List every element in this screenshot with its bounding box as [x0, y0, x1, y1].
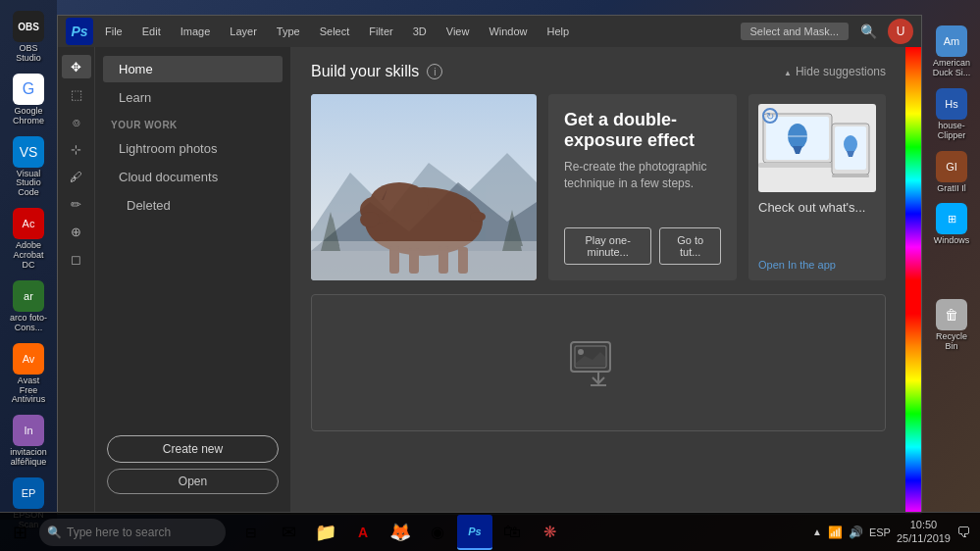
ps-tools-panel: ✥ ⬚ ⌾ ⊹ 🖋 ✏ ⊕ ◻ [58, 47, 95, 514]
start-button[interactable]: ⊞ [0, 513, 39, 552]
taskbar-app-explorer[interactable]: 📁 [308, 515, 343, 550]
taskbar-app-firefox[interactable]: 🦊 [383, 515, 418, 550]
taskbar-search-icon: 🔍 [47, 526, 62, 539]
taskbar-apps: ⊟ ✉ 📁 A 🦊 ◉ Ps 🛍 ❋ [233, 515, 802, 550]
menu-filter[interactable]: Filter [365, 24, 396, 39]
eraser-tool[interactable]: ◻ [62, 247, 91, 271]
hide-suggestions-button[interactable]: Hide suggestions [784, 65, 886, 78]
taskbar-time-text: 10:50 [910, 519, 938, 531]
menu-file[interactable]: File [101, 24, 127, 39]
svg-point-10 [360, 212, 380, 227]
taskbar-app-misc[interactable]: ❋ [532, 515, 567, 550]
section-title-text: Build your skills [311, 63, 419, 80]
menu-3d[interactable]: 3D [409, 24, 431, 39]
user-avatar[interactable]: U [888, 19, 913, 44]
create-new-button[interactable]: Create new [107, 435, 279, 463]
your-work-section-label: YOUR WORK [95, 112, 290, 134]
stamp-tool[interactable]: ⊕ [62, 220, 91, 243]
desktop-icon-chrome[interactable]: G Google Chrome [5, 71, 52, 129]
sidebar-item-learn[interactable]: Learn [103, 84, 283, 111]
tray-language[interactable]: ESP [869, 526, 891, 538]
whats-new-card: ↻ Check out what's... Open In the app [748, 94, 886, 280]
photoshop-window: Ps File Edit Image Layer Type Select Fil… [57, 15, 922, 515]
desktop-icon-acrobat[interactable]: Ac Adobe Acrobat DC [5, 205, 52, 274]
taskbar-date-text: 25/11/2019 [897, 532, 951, 545]
refresh-icon: ↻ [762, 108, 778, 124]
taskbar: ⊞ 🔍 ⊟ ✉ 📁 A 🦊 ◉ Ps 🛍 ❋ ▲ 📶 🔊 ESP 10:50 2… [0, 512, 980, 551]
desktop-icon-invitacion[interactable]: In invitacion alféñique [5, 412, 52, 471]
tray-volume-icon[interactable]: 🔊 [849, 526, 863, 539]
tutorial-card-description: Re-create the photographic technique in … [564, 159, 721, 192]
menu-view[interactable]: View [442, 24, 474, 39]
desktop-icon-vscode[interactable]: VS Visual Studio Code [5, 133, 52, 202]
svg-point-25 [844, 135, 857, 153]
desktop-icon-arco[interactable]: ar arco foto-Cons... [5, 277, 52, 336]
ps-main-area: Build your skills i Hide suggestions [291, 47, 905, 514]
search-icon-btn[interactable]: 🔍 [856, 20, 880, 43]
select-tool[interactable]: ⬚ [62, 82, 91, 106]
desktop-icon-windows[interactable]: ⊞ Windows [928, 200, 975, 249]
sidebar-item-home[interactable]: Home [103, 56, 283, 82]
menu-layer[interactable]: Layer [226, 24, 261, 39]
ps-content: ✥ ⬚ ⌾ ⊹ 🖋 ✏ ⊕ ◻ Home Learn YOUR WORK Lig… [58, 47, 921, 514]
desktop-icon-avast[interactable]: Av Avast Free Antivirus [5, 340, 52, 409]
taskbar-app-store[interactable]: 🛍 [494, 515, 530, 550]
ps-titlebar: Ps File Edit Image Layer Type Select Fil… [58, 16, 921, 47]
tutorial-card-buttons: Play one-minute... Go to tut... [564, 227, 721, 265]
desktop-icon-house[interactable]: Hs house-Clipper [928, 85, 975, 144]
file-drop-zone[interactable] [311, 294, 886, 431]
desktop-icon-recycle[interactable]: 🗑 Recycle Bin [928, 296, 975, 355]
tray-chevron[interactable]: ▲ [812, 526, 822, 537]
svg-rect-12 [311, 241, 537, 280]
desktop-icons-left: OBS OBS Studio G Google Chrome VS Visual… [0, 0, 57, 520]
desktop-icon-obs[interactable]: OBS OBS Studio [5, 8, 52, 67]
sidebar-item-lightroom[interactable]: Lightroom photos [103, 135, 283, 162]
menu-window[interactable]: Window [485, 24, 531, 39]
svg-rect-22 [758, 163, 837, 168]
tutorial-card-title: Get a double-exposure effect [564, 110, 721, 151]
tray-network-icon[interactable]: 📶 [828, 526, 843, 539]
taskbar-search-wrap: 🔍 [39, 519, 226, 546]
desktop-icon-gratii[interactable]: GI GratII Il [928, 148, 975, 197]
ps-sidebar: Home Learn YOUR WORK Lightroom photos Cl… [95, 47, 291, 514]
crop-tool[interactable]: ⊹ [62, 137, 91, 161]
featured-card [311, 94, 537, 280]
menu-image[interactable]: Image [177, 24, 215, 39]
taskbar-app-photoshop[interactable]: Ps [457, 515, 492, 550]
menu-select[interactable]: Select [316, 24, 354, 39]
brush-tool[interactable]: ✏ [62, 192, 91, 216]
goto-tutorial-button[interactable]: Go to tut... [659, 227, 721, 265]
play-tutorial-button[interactable]: Play one-minute... [564, 227, 651, 265]
svg-rect-27 [832, 175, 869, 177]
svg-point-31 [578, 349, 584, 355]
taskbar-app-mail[interactable]: ✉ [271, 515, 306, 550]
svg-point-11 [470, 212, 486, 222]
open-in-app-button[interactable]: Open In the app [758, 259, 876, 271]
info-icon[interactable]: i [427, 64, 442, 79]
eyedrop-tool[interactable]: 🖋 [62, 165, 91, 188]
whats-new-title: Check out what's... [758, 200, 876, 215]
lasso-tool[interactable]: ⌾ [62, 110, 91, 133]
skills-section-header: Build your skills i Hide suggestions [311, 63, 886, 80]
taskbar-app-chrome[interactable]: ◉ [420, 515, 455, 550]
sidebar-item-cloud-docs[interactable]: Cloud documents [103, 164, 283, 190]
ps-toolbar-center: Select and Mask... [741, 23, 850, 40]
menu-edit[interactable]: Edit [138, 24, 165, 39]
ps-title-icons: 🔍 U [856, 19, 913, 44]
sidebar-item-deleted[interactable]: Deleted [103, 192, 283, 219]
taskbar-app-taskview[interactable]: ⊟ [233, 515, 269, 550]
taskbar-search-input[interactable] [39, 519, 226, 546]
hide-suggestions-label: Hide suggestions [796, 65, 886, 78]
open-button[interactable]: Open [107, 469, 279, 494]
taskbar-datetime[interactable]: 10:50 25/11/2019 [897, 519, 951, 544]
menu-type[interactable]: Type [273, 24, 304, 39]
menu-help[interactable]: Help [543, 24, 574, 39]
desktop-icon-american[interactable]: Am American Duck Si... [928, 23, 975, 81]
sidebar-action-buttons: Create new Open [95, 424, 290, 506]
notification-icon[interactable]: 🗨 [956, 525, 970, 540]
taskbar-app-adobe[interactable]: A [345, 515, 381, 550]
move-tool[interactable]: ✥ [62, 55, 91, 78]
taskbar-tray: ▲ 📶 🔊 ESP 10:50 25/11/2019 🗨 [802, 519, 980, 544]
whats-new-image: ↻ [758, 104, 876, 192]
select-mask-button[interactable]: Select and Mask... [741, 23, 850, 40]
